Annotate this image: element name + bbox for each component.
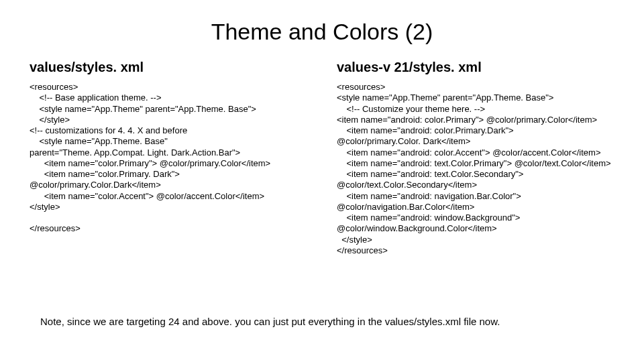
right-code-block: <resources> <style name="App.Theme" pare…	[337, 82, 617, 256]
left-column: values/styles. xml <resources> <!-- Base…	[30, 60, 310, 256]
slide: Theme and Colors (2) values/styles. xml …	[0, 0, 644, 362]
slide-title: Theme and Colors (2)	[0, 0, 644, 52]
left-code-block: <resources> <!-- Base application theme.…	[30, 82, 310, 235]
left-column-heading: values/styles. xml	[30, 60, 310, 75]
two-column-layout: values/styles. xml <resources> <!-- Base…	[0, 52, 644, 256]
right-column: values-v 21/styles. xml <resources> <sty…	[337, 60, 617, 256]
footnote-text: Note, since we are targeting 24 and abov…	[40, 316, 604, 327]
right-column-heading: values-v 21/styles. xml	[337, 60, 617, 75]
